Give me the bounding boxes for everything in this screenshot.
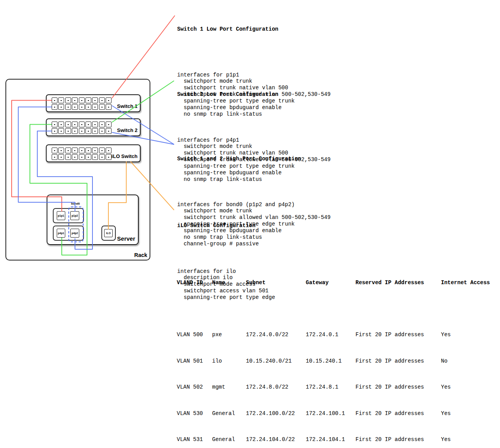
port-dot: [81, 107, 82, 108]
switch-port: [79, 97, 85, 103]
port-dot: [101, 124, 103, 125]
bond0-label: bond0: [71, 202, 80, 205]
port-dot: [81, 100, 82, 101]
port-dot: [74, 124, 75, 125]
vlan-header-cell: Internet Access: [441, 280, 491, 286]
port-dot: [108, 124, 109, 125]
port-dot: [68, 131, 69, 132]
port-p4p2: p4p2: [70, 229, 79, 238]
port-dot: [108, 131, 109, 132]
port-dot: [81, 150, 82, 151]
port-dot: [61, 100, 62, 101]
port-dot: [108, 100, 109, 101]
port-dot: [68, 124, 69, 125]
vlan-row: VLAN 500 pxe 172.24.0.0/22 172.24.0.1 Fi…: [177, 332, 491, 338]
rack-box: Switch 1 Switch 2 iLO Switch bond0: [5, 79, 150, 260]
switch-port: [79, 122, 85, 127]
vlan-internet-cell: No: [441, 358, 491, 365]
ilo-switch-port-row-1: [52, 148, 111, 153]
switch-2-port-row-high: [52, 128, 111, 134]
switch-port: [72, 122, 78, 127]
vlan-internet-cell: Yes: [441, 332, 491, 338]
vlan-row: VLAN 501 ilo 10.15.240.0/21 10.15.240.1 …: [177, 358, 491, 365]
vlan-header-cell: Reserved IP Addresses: [355, 280, 441, 286]
port-dot: [108, 150, 109, 151]
port-dot: [54, 107, 55, 108]
vlan-gateway-cell: 172.24.100.1: [306, 410, 355, 417]
port-dot: [81, 157, 82, 158]
switch-port: [65, 122, 71, 127]
port-dot: [61, 107, 62, 108]
port-dot: [108, 157, 109, 158]
page: Switch 1 Switch 2 iLO Switch bond0: [0, 0, 500, 448]
rack-label: Rack: [134, 252, 147, 258]
switch-port: [85, 154, 91, 160]
vlan-internet-cell: Yes: [441, 384, 491, 391]
switch-port: [85, 104, 91, 110]
vlan-gateway-cell: 10.15.240.1: [306, 358, 355, 365]
vlan-reserved-cell: First 20 IP addresses: [355, 410, 441, 417]
server-box: bond0 p1p1 p1p2 p4p1 p4p2 iLO Server: [47, 194, 139, 245]
vlan-reserved-cell: First 20 IP addresses: [355, 332, 441, 338]
port-dot: [88, 107, 89, 108]
port-dot: [101, 100, 103, 101]
switch-port: [99, 154, 105, 160]
vlan-id-cell: VLAN 500: [177, 332, 212, 338]
switch-port: [92, 154, 98, 160]
vlan-gateway-cell: 172.24.8.1: [306, 384, 355, 391]
switch-port: [106, 154, 111, 160]
port-dot: [54, 157, 55, 158]
vlan-reserved-cell: First 20 IP addresses: [355, 358, 441, 365]
switch-port: [72, 154, 78, 160]
port-dot: [88, 157, 89, 158]
vlan-subnet-cell: 172.24.0.0/22: [246, 332, 306, 338]
switch-port: [85, 148, 91, 153]
switch-port: [99, 97, 105, 103]
vlan-reserved-cell: First 20 IP addresses: [355, 436, 441, 443]
port-dot: [94, 131, 96, 132]
vlan-name-cell: General: [212, 436, 246, 443]
switch-port: [72, 128, 78, 134]
switch-port: [52, 154, 57, 160]
port-dot: [74, 100, 75, 101]
switch-2: Switch 2: [46, 118, 141, 136]
switch-2-label: Switch 2: [117, 128, 138, 133]
port-dot: [54, 100, 55, 101]
vlan-subnet-cell: 10.15.240.0/21: [246, 358, 306, 365]
vlan-id-cell: VLAN 501: [177, 358, 212, 365]
port-dot: [74, 157, 75, 158]
vlan-gateway-cell: 172.24.0.1: [306, 332, 355, 338]
switch-port: [79, 128, 85, 134]
switch-1: Switch 1: [46, 94, 141, 112]
switch-1-port-row-high: [52, 104, 111, 110]
switch-port: [58, 97, 64, 103]
switch-port: [65, 128, 71, 134]
switch-port: [52, 148, 57, 153]
config-title: Switch 1 Low Port Configuration: [177, 26, 331, 33]
port-dot: [68, 157, 69, 158]
port-dot: [101, 107, 103, 108]
vlan-name-cell: General: [212, 410, 246, 417]
switch-port: [106, 122, 111, 127]
switch-port: [106, 148, 111, 153]
vlan-subnet-cell: 172.24.8.0/22: [246, 384, 306, 391]
switch-port: [79, 148, 85, 153]
switch-2-port-row-low: [52, 122, 111, 127]
vlan-gateway-cell: 172.24.104.1: [306, 436, 355, 443]
vlan-id-cell: VLAN 502: [177, 384, 212, 391]
port-dot: [54, 131, 55, 132]
vlan-header-row: VLAND IDNameSubnetGatewayReserved IP Add…: [177, 280, 491, 286]
switch-port: [85, 122, 91, 127]
vlan-row: VLAN 502 mgmt 172.24.8.0/22 172.24.8.1 F…: [177, 384, 491, 391]
port-dot: [54, 124, 55, 125]
switch-port: [58, 122, 64, 127]
switch-port: [99, 128, 105, 134]
vlan-row: VLAN 530 General 172.24.100.0/22 172.24.…: [177, 410, 491, 417]
port-dot: [94, 157, 96, 158]
vlan-subnet-cell: 172.24.100.0/22: [246, 410, 306, 417]
switch-port: [65, 97, 71, 103]
vlan-name-cell: ilo: [212, 358, 246, 365]
port-dot: [68, 150, 69, 151]
switch-port: [79, 104, 85, 110]
port-dot: [54, 150, 55, 151]
